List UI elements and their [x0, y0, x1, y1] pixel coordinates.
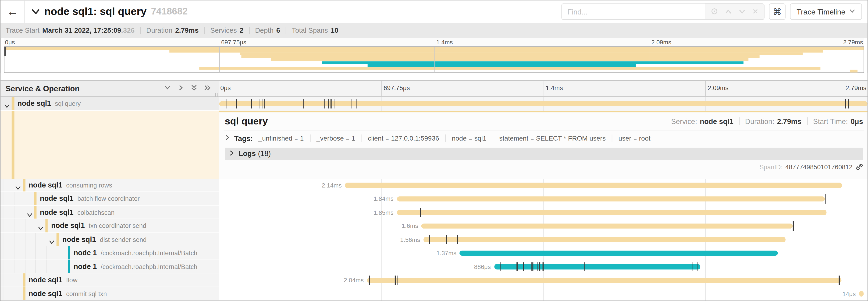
span-bar[interactable] — [345, 182, 842, 188]
jaeger-trace-timeline-page: ← node sql1: sql query 7418682 — [0, 0, 868, 301]
span-timeline-cell[interactable]: 14μs — [219, 287, 868, 301]
log-marker-tick — [542, 262, 543, 271]
span-bar[interactable] — [367, 278, 841, 283]
log-marker-tick — [845, 99, 846, 108]
span-tree-item[interactable]: node sql1sql query — [0, 97, 219, 110]
span-timeline-cell[interactable]: 886μs — [219, 260, 868, 273]
span-timeline-cell[interactable]: 1.6ms — [219, 219, 868, 233]
next-match-icon[interactable] — [739, 8, 746, 15]
indent-guide — [3, 273, 3, 286]
span-duration-label: 14μs — [842, 290, 856, 297]
span-bar[interactable] — [397, 196, 825, 202]
indent-guide — [36, 260, 36, 273]
find-input[interactable] — [561, 3, 705, 20]
meta-value: 6 — [276, 27, 280, 34]
span-timeline-cell[interactable]: 1.84ms — [219, 192, 868, 205]
service-operation-title: Service & Operation — [6, 84, 164, 93]
span-bar[interactable] — [424, 237, 786, 242]
keyboard-shortcuts-button[interactable]: ⌘ — [769, 3, 785, 20]
span-tree-item[interactable]: node 1/cockroach.roachpb.Internal/Batch — [0, 260, 219, 273]
indent-guide — [25, 233, 25, 246]
span-timeline-cell[interactable]: 1.56ms — [219, 233, 868, 246]
tag-item: client=127.0.0.1:59936 — [361, 134, 445, 142]
span-tree-item[interactable]: node sql1txn coordinator send — [0, 219, 219, 233]
tag-value: sql1 — [474, 134, 486, 142]
span-timeline-cell[interactable] — [219, 97, 868, 110]
span-bar[interactable] — [219, 101, 868, 106]
ruler-gridline — [706, 81, 706, 96]
collapse-trace-chevron-icon[interactable] — [32, 9, 40, 15]
span-bar[interactable] — [859, 291, 864, 297]
log-marker-tick — [825, 194, 826, 203]
view-selector-button[interactable]: Trace Timeline — [790, 3, 862, 20]
logs-row[interactable]: Logs (18) — [225, 147, 863, 160]
clear-search-icon[interactable] — [752, 8, 758, 15]
timeline-minimap[interactable] — [4, 46, 864, 73]
match-target-icon[interactable] — [711, 7, 718, 16]
service-label: Service: — [671, 117, 697, 125]
find-group — [561, 3, 765, 20]
ruler-tick-label: 1.4ms — [546, 85, 563, 91]
span-timeline-cell[interactable]: 1.85ms — [219, 205, 868, 219]
indent-guide — [3, 246, 3, 260]
meta-separator — [204, 27, 205, 34]
expand-chevron-icon[interactable] — [49, 237, 55, 246]
tags-row[interactable]: Tags: _unfinished=1_verbose=1client=127.… — [225, 131, 863, 146]
span-service-name: node sql1sql query — [18, 99, 81, 107]
minimap-span-bar — [199, 67, 820, 70]
indent-guide — [3, 233, 3, 246]
span-bar[interactable] — [494, 264, 700, 269]
log-marker-tick — [357, 99, 358, 108]
span-timeline-cell[interactable]: 2.14ms — [219, 178, 868, 192]
link-icon[interactable] — [856, 163, 863, 170]
log-marker-tick — [584, 262, 585, 271]
log-marker-tick — [226, 99, 226, 108]
expand-chevron-icon[interactable] — [15, 182, 21, 192]
span-bar[interactable] — [460, 250, 778, 256]
span-operation-name: commit sql txn — [66, 290, 107, 297]
span-bar[interactable] — [397, 210, 827, 215]
span-tree-item[interactable]: node sql1flow — [0, 273, 219, 287]
span-tree-item[interactable]: node sql1commit sql txn — [0, 287, 219, 301]
log-marker-tick — [351, 99, 352, 108]
log-marker-tick — [537, 262, 537, 271]
span-tree-item[interactable]: node sql1consuming rows — [0, 178, 219, 192]
span-tree-item[interactable]: node sql1colbatchscan — [0, 205, 219, 219]
span-tree-item[interactable]: node sql1dist sender send — [0, 233, 219, 246]
span-tree-item[interactable]: node 1/cockroach.roachpb.Internal/Batch — [0, 246, 219, 260]
indent-guide — [3, 178, 3, 192]
expand-one-icon[interactable] — [177, 83, 184, 94]
collapse-all-icon[interactable] — [190, 83, 197, 94]
span-duration-label: 2.14ms — [322, 182, 342, 189]
span-timeline-cell[interactable]: 2.04ms — [219, 273, 868, 287]
span-tree-item[interactable]: node sql1batch flow coordinator — [0, 192, 219, 205]
span-operation-name: sql query — [55, 100, 81, 107]
span-duration-label: 1.6ms — [402, 223, 418, 229]
expand-chevron-icon[interactable] — [38, 223, 44, 233]
minimap-drag-handle[interactable] — [4, 47, 6, 56]
minimap-span-bar — [242, 56, 760, 58]
duration-label: Duration: — [745, 117, 774, 125]
ruler-tick-label: 2.79ms — [843, 39, 863, 45]
expand-tags-chevron-icon[interactable] — [225, 134, 229, 142]
span-timeline-cell[interactable]: 1.37ms — [219, 246, 868, 260]
span-color-stripe — [12, 97, 14, 110]
tag-key: node — [452, 134, 466, 142]
indent-guide — [3, 192, 3, 205]
span-detail: sql query Service:node sql1 Duration:2.7… — [0, 110, 867, 179]
log-marker-tick — [457, 235, 458, 244]
expand-chevron-icon[interactable] — [26, 209, 32, 219]
log-marker-tick — [523, 262, 524, 271]
span-bar[interactable] — [422, 223, 793, 229]
collapse-one-icon[interactable] — [164, 83, 171, 94]
expand-all-icon[interactable] — [204, 83, 211, 94]
expand-logs-chevron-icon[interactable] — [229, 149, 234, 158]
span-row: node sql1txn coordinator send1.6ms — [0, 219, 867, 233]
span-service-name: node sql1consuming rows — [29, 181, 112, 189]
prev-match-icon[interactable] — [724, 8, 732, 15]
back-button[interactable]: ← — [0, 0, 25, 23]
span-row: node sql1flow2.04ms — [0, 273, 867, 287]
minimap-span-bar — [368, 64, 636, 67]
log-marker-tick — [395, 275, 396, 284]
expand-chevron-icon[interactable] — [4, 101, 10, 110]
